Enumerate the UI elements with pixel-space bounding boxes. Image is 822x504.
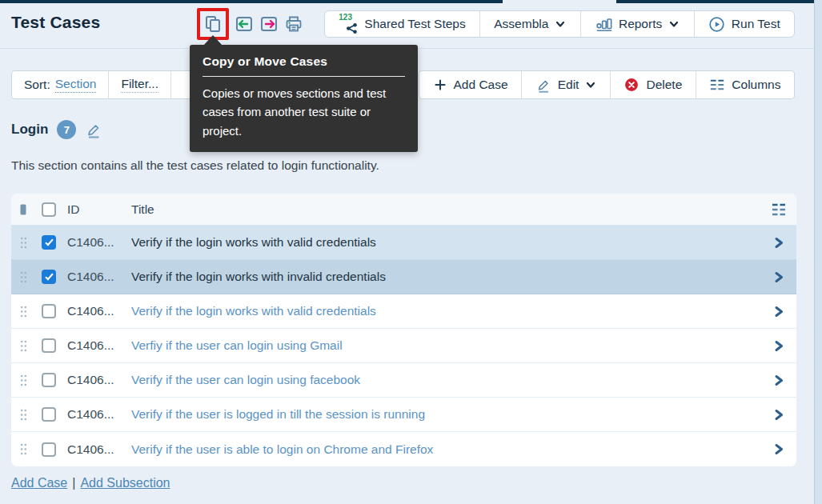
case-count-badge: 7 xyxy=(57,120,76,139)
sort-value-link[interactable]: Section xyxy=(55,77,97,93)
id-column-header: ID xyxy=(62,202,131,217)
case-id: C1406... xyxy=(62,407,131,422)
play-circle-icon xyxy=(708,16,725,33)
drag-dots-icon xyxy=(19,339,28,353)
drag-handle[interactable] xyxy=(11,236,35,250)
run-test-button[interactable]: Run Test xyxy=(695,11,794,37)
run-test-label: Run Test xyxy=(732,17,780,31)
columns-icon xyxy=(709,78,725,91)
tooltip-arrow xyxy=(203,35,223,46)
row-checkbox[interactable] xyxy=(42,235,56,250)
shared-steps-123-badge: 123 xyxy=(339,13,352,22)
case-title-link[interactable]: Verfiy if the user can login using Gmail xyxy=(131,338,343,352)
case-title-link[interactable]: Verify if the login works with valid cre… xyxy=(131,235,376,249)
columns-button[interactable]: Columns xyxy=(696,71,794,98)
table-columns-icon[interactable] xyxy=(770,202,788,217)
edit-section-icon[interactable] xyxy=(85,121,102,138)
edit-label: Edit xyxy=(558,78,579,92)
drag-dots-icon xyxy=(19,442,28,456)
shared-steps-icon: 123 xyxy=(339,14,358,34)
delete-x-icon xyxy=(624,77,640,93)
sort-label: Sort: xyxy=(24,78,50,92)
row-checkbox[interactable] xyxy=(42,304,56,318)
table-row[interactable]: C1406... Verfiy if the user can login us… xyxy=(11,329,796,363)
pencil-icon xyxy=(535,77,551,93)
table-body: C1406... Verify if the login works with … xyxy=(11,226,796,466)
footer-links: Add Case|Add Subsection xyxy=(11,476,170,490)
chevron-right-icon[interactable] xyxy=(772,374,785,387)
case-id: C1406... xyxy=(62,270,131,284)
link-separator: | xyxy=(72,476,75,490)
select-all-checkbox[interactable] xyxy=(42,202,56,217)
row-checkbox[interactable] xyxy=(42,373,56,387)
copy-cases-icon[interactable] xyxy=(203,14,223,34)
chevron-right-icon[interactable] xyxy=(772,270,785,284)
case-id: C1406... xyxy=(62,338,131,353)
sort-control: Sort: Section xyxy=(12,71,109,98)
table-row[interactable]: C1406... Verify if the user is able to l… xyxy=(11,432,796,466)
filter-label: Filter... xyxy=(121,77,158,93)
add-case-label: Add Case xyxy=(454,78,508,92)
drag-dots-icon xyxy=(19,408,28,422)
drag-handle[interactable] xyxy=(11,374,35,387)
case-title-link[interactable]: Verify if the login works with valid cre… xyxy=(131,304,376,318)
drag-handle[interactable] xyxy=(11,270,35,284)
chevron-down-icon xyxy=(585,79,596,90)
case-title-link[interactable]: Verify if the user is logged in till the… xyxy=(131,407,425,421)
header-button-group: 123 Shared Test Steps Assembla Reports xyxy=(324,10,795,38)
tooltip-body: Copies or moves sections and test cases … xyxy=(202,84,405,140)
drag-handle[interactable] xyxy=(11,408,35,422)
chevron-right-icon[interactable] xyxy=(772,236,785,250)
shared-test-steps-button[interactable]: 123 Shared Test Steps xyxy=(325,11,480,37)
reports-dropdown[interactable]: Reports xyxy=(581,11,695,37)
filter-control[interactable]: Filter... xyxy=(109,71,171,98)
top-nav-edge xyxy=(0,0,503,3)
test-cases-page: Test Cases 123 xyxy=(0,0,822,504)
add-case-link[interactable]: Add Case xyxy=(11,476,67,490)
drag-column-icon xyxy=(19,203,27,216)
chevron-right-icon[interactable] xyxy=(772,408,785,422)
table-row[interactable]: C1406... Verify if the login works with … xyxy=(11,294,796,329)
row-checkbox[interactable] xyxy=(42,407,56,422)
row-checkbox[interactable] xyxy=(42,442,56,457)
case-title-link[interactable]: Verify if the login works with invalid c… xyxy=(131,270,386,283)
delete-button[interactable]: Delete xyxy=(611,71,696,98)
title-column-header: Title xyxy=(131,202,761,217)
case-id: C1406... xyxy=(62,304,131,318)
table-row[interactable]: C1406... Verify if the user is logged in… xyxy=(11,398,796,432)
table-row[interactable]: C1406... Verify if the login works with … xyxy=(11,226,796,260)
plus-icon xyxy=(433,78,447,92)
table-row[interactable]: C1406... Verify if the user can login us… xyxy=(11,363,796,398)
row-checkbox[interactable] xyxy=(42,338,56,353)
table-header-row: ID Title xyxy=(11,194,796,226)
page-title: Test Cases xyxy=(11,13,100,32)
chevron-right-icon[interactable] xyxy=(772,442,785,456)
chevron-right-icon[interactable] xyxy=(772,339,785,353)
vertical-scrollbar[interactable] xyxy=(814,0,822,504)
row-checkbox[interactable] xyxy=(42,270,56,284)
chevron-right-icon[interactable] xyxy=(772,305,785,318)
drag-dots-icon xyxy=(19,270,28,284)
edit-dropdown[interactable]: Edit xyxy=(522,71,611,98)
section-description: This section contains all the test cases… xyxy=(11,158,379,173)
add-case-button[interactable]: Add Case xyxy=(419,71,522,98)
copy-move-tooltip: Copy or Move Cases Copies or moves secti… xyxy=(190,45,418,152)
columns-label: Columns xyxy=(732,78,780,92)
drag-dots-icon xyxy=(19,374,28,387)
add-subsection-link[interactable]: Add Subsection xyxy=(80,476,170,490)
case-id: C1406... xyxy=(62,373,131,387)
export-cases-icon[interactable] xyxy=(259,14,279,34)
import-cases-icon[interactable] xyxy=(235,14,254,34)
drag-handle[interactable] xyxy=(11,442,35,456)
case-title-link[interactable]: Verify if the user can login using faceb… xyxy=(131,373,360,386)
case-title-link[interactable]: Verify if the user is able to login on C… xyxy=(131,442,433,456)
drag-handle[interactable] xyxy=(11,339,35,353)
drag-handle[interactable] xyxy=(11,305,35,318)
section-title: Login xyxy=(11,122,48,138)
case-id: C1406... xyxy=(62,235,131,250)
print-icon[interactable] xyxy=(284,14,303,34)
table-row[interactable]: C1406... Verify if the login works with … xyxy=(11,260,796,294)
assembla-label: Assembla xyxy=(494,17,548,31)
assembla-dropdown[interactable]: Assembla xyxy=(480,11,581,37)
shared-test-steps-label: Shared Test Steps xyxy=(364,17,465,31)
